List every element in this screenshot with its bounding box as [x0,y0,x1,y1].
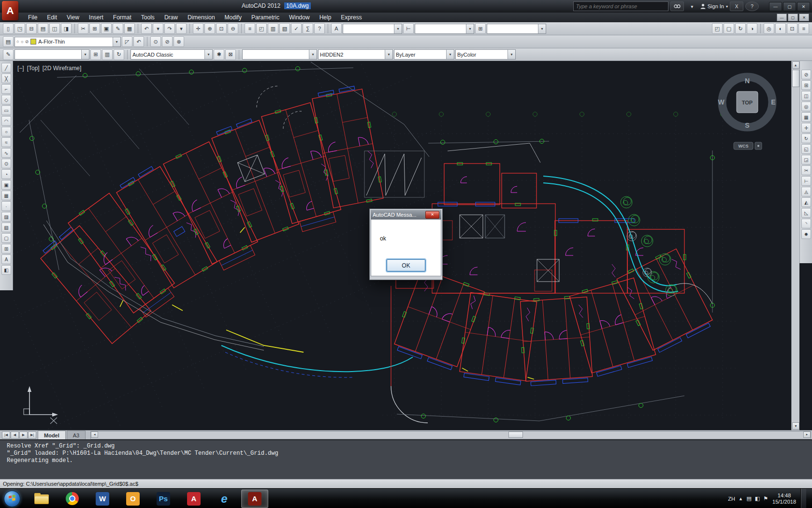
layer-lock-toggle[interactable]: ⊘ [25,39,29,44]
ime-icon[interactable]: ▤ [746,495,751,502]
polyline-icon[interactable]: ⌐ [1,84,11,94]
color-combo[interactable]: ▾ [242,49,317,60]
chamfer-icon[interactable]: ◺ [801,208,811,218]
point-icon[interactable]: ∙ [1,201,11,211]
open-icon[interactable]: ◳ [14,23,25,34]
workspace-combo[interactable]: AutoCAD Classic▾ [130,49,213,60]
block-editor-icon[interactable]: ▦ [124,23,135,34]
workspace-settings-icon[interactable]: ✱ [214,49,224,60]
horizontal-scrollbar[interactable]: ◂ ▸ [90,431,811,439]
move-icon[interactable]: ✛ [801,123,811,133]
undo-list-arrow[interactable]: ▾ [153,23,163,34]
viewport-icon[interactable]: ◰ [712,23,723,34]
revision-cloud-icon[interactable]: ≈ [1,137,11,147]
combo-dropdown-arrow[interactable]: ▾ [538,24,546,33]
hidden-icons-arrow[interactable]: ▴ [740,495,742,502]
copy-icon[interactable]: ⊞ [89,23,100,34]
taskbar-autocad[interactable]: A [241,490,268,508]
minimize-button[interactable]: — [769,2,782,11]
zoom-extents-icon[interactable]: ⊡ [787,23,798,34]
show-desktop-button[interactable] [800,489,806,508]
scale-icon[interactable]: ◱ [801,144,811,154]
polygon-icon[interactable]: ◇ [1,95,11,105]
rotate-icon[interactable]: ↻ [801,134,811,143]
help-icon[interactable]: ? [745,1,759,11]
multiline-text-icon[interactable]: A [1,254,11,264]
menu-window[interactable]: Window [284,13,315,22]
properties-panel-icon[interactable]: ≡ [798,23,809,34]
search-input[interactable] [573,1,668,11]
break-at-point-icon[interactable]: ◬ [801,187,811,196]
offset-icon[interactable]: ◎ [801,102,811,111]
menu-tools[interactable]: Tools [136,13,160,22]
scroll-up-arrow[interactable]: ▴ [792,61,799,69]
vertical-scroll-thumb[interactable] [792,70,799,87]
linetype-combo[interactable]: HIDDEN2▾ [318,49,393,60]
make-object-layer-current-icon[interactable]: ◸ [122,36,132,47]
scroll-down-arrow[interactable]: ▾ [792,422,799,430]
combo-dropdown-arrow[interactable]: ▾ [508,50,515,59]
mirror-icon[interactable]: ◫ [801,91,811,101]
search-binoculars-icon[interactable] [670,1,684,11]
quick-select-icon[interactable]: ✎ [3,49,14,60]
make-block-icon[interactable]: ▦ [1,191,11,200]
search-dropdown-arrow[interactable]: ▾ [686,2,698,11]
viewport-visual-style-control[interactable]: [2D Wireframe] [43,65,82,72]
menu-modify[interactable]: Modify [220,13,246,22]
sign-in-button[interactable]: Sign In ▾ [700,3,728,9]
fillet-icon[interactable]: ◝ [801,219,811,228]
table-insert-icon[interactable]: ⊞ [1,244,11,254]
text-style-combo[interactable]: ▾ [343,24,402,34]
erase-icon[interactable]: ⊘ [801,70,811,79]
horizontal-scroll-thumb[interactable] [508,432,523,438]
plot-icon[interactable]: ▤ [38,23,48,34]
tab-nav-0[interactable]: |◀ [2,432,10,439]
layer-color-chip[interactable] [30,39,36,45]
taskbar-acrobat[interactable]: A [180,490,207,508]
menu-express[interactable]: Express [336,13,366,22]
menu-help[interactable]: Help [315,13,336,22]
signin-dropdown-arrow[interactable]: ▾ [726,4,728,9]
circle-icon[interactable]: ○ [1,127,11,136]
command-prompt[interactable]: Opening: C:\Users\user\appdata\local\tem… [0,479,812,488]
layer-unisolate-icon[interactable]: ⊘ [162,36,173,47]
redo-list-arrow[interactable]: ▾ [176,23,187,34]
taskbar-explorer[interactable] [28,490,55,508]
help-icon[interactable]: ? [314,23,325,34]
doc-minimize-button[interactable]: — [777,14,787,21]
dim-style-icon[interactable]: ⊢ [403,23,414,34]
layer-isolate-icon[interactable]: ⊙ [150,36,161,47]
pan-icon[interactable]: ✛ [193,23,203,34]
taskbar-ie[interactable]: e [211,490,238,508]
combo-dropdown-arrow[interactable]: ▾ [394,24,402,33]
menu-format[interactable]: Format [108,13,136,22]
menu-edit[interactable]: Edit [42,13,62,22]
combo-dropdown-arrow[interactable]: ▾ [81,50,89,59]
taskbar-word[interactable]: W [89,490,116,508]
construction-line-icon[interactable]: ╳ [1,74,11,83]
stretch-icon[interactable]: ◲ [801,155,811,164]
publish-icon[interactable]: ◨ [61,23,72,34]
shade-icon[interactable]: ◑ [747,23,757,34]
save-icon[interactable]: ⊟ [26,23,37,34]
quickcalc-icon[interactable]: ∑ [303,23,313,34]
trim-icon[interactable]: ✂ [801,165,811,175]
taskbar-photoshop[interactable]: Ps [150,490,177,508]
vertical-scrollbar[interactable]: ▴ ▾ [791,61,799,430]
exchange-icon[interactable]: X [730,1,743,11]
menu-dimension[interactable]: Dimension [183,13,220,22]
layer-on-toggle[interactable]: ○ [16,39,19,44]
match-properties-icon[interactable]: ✎ [113,23,123,34]
layer-properties-icon[interactable]: ▤ [3,36,14,47]
ok-button[interactable]: OK [387,259,425,271]
command-history[interactable]: Resolve Xref "_Grid": _Grid.dwg"_Grid" l… [0,439,812,479]
menu-insert[interactable]: Insert [84,13,108,22]
rectangle-icon[interactable]: ▭ [1,105,11,115]
insert-block-icon[interactable]: ▣ [1,180,11,190]
tab-nav-2[interactable]: ▶ [19,432,28,439]
gradient-icon[interactable]: ▧ [1,223,11,232]
plotstyle-combo[interactable]: ByColor▾ [455,49,516,60]
maximize-button[interactable]: ▢ [783,2,796,11]
clock[interactable]: 14:48 15/1/2018 [772,493,796,505]
designcenter-icon[interactable]: ◰ [256,23,267,34]
